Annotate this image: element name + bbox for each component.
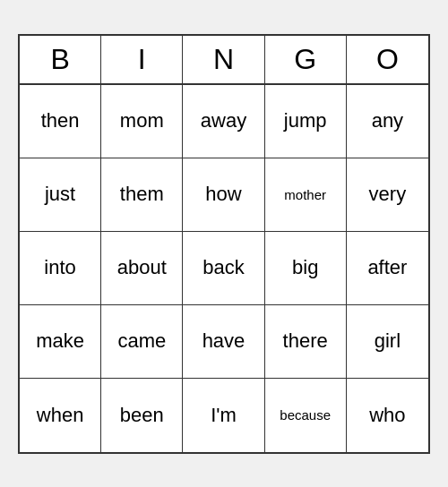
bingo-cell: have	[183, 305, 264, 379]
bingo-cell: make	[20, 305, 101, 379]
bingo-header-letter: N	[183, 36, 264, 83]
bingo-cell: jump	[265, 85, 347, 158]
bingo-header-letter: B	[20, 36, 101, 83]
bingo-cell: away	[183, 85, 264, 158]
bingo-card: BINGO thenmomawayjumpanyjustthemhowmothe…	[18, 34, 430, 454]
bingo-cell: mom	[101, 85, 183, 158]
bingo-cell: came	[101, 305, 183, 379]
bingo-cell: any	[347, 85, 428, 158]
bingo-cell: back	[183, 232, 264, 305]
bingo-header-letter: G	[265, 36, 347, 83]
bingo-cell: when	[20, 379, 101, 452]
bingo-cell: there	[265, 305, 347, 379]
bingo-header: BINGO	[20, 36, 428, 85]
bingo-grid: thenmomawayjumpanyjustthemhowmotherveryi…	[20, 85, 428, 452]
bingo-cell: very	[347, 158, 428, 232]
bingo-cell: because	[265, 379, 347, 452]
bingo-cell: after	[347, 232, 428, 305]
bingo-cell: big	[265, 232, 347, 305]
bingo-cell: girl	[347, 305, 428, 379]
bingo-header-letter: I	[101, 36, 183, 83]
bingo-cell: into	[20, 232, 101, 305]
bingo-cell: about	[101, 232, 183, 305]
bingo-cell: them	[101, 158, 183, 232]
bingo-cell: just	[20, 158, 101, 232]
bingo-cell: then	[20, 85, 101, 158]
bingo-header-letter: O	[347, 36, 428, 83]
bingo-cell: who	[347, 379, 428, 452]
bingo-cell: mother	[265, 158, 347, 232]
bingo-cell: how	[183, 158, 264, 232]
bingo-cell: I'm	[183, 379, 264, 452]
bingo-cell: been	[101, 379, 183, 452]
